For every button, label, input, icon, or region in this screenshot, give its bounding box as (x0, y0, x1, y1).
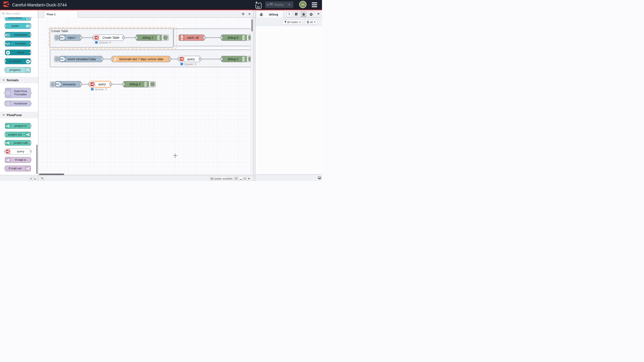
svg-text:AI: AI (257, 5, 260, 8)
svg-text:debug 6: debug 6 (228, 36, 238, 39)
svg-text:Insert simulated Data: Insert simulated Data (68, 57, 96, 61)
svg-text:Create Table: Create Table (51, 29, 68, 33)
svg-text:query: query (98, 83, 106, 86)
svg-text:Queue: 0: Queue: 0 (95, 88, 107, 91)
svg-text:timestamp: timestamp (63, 83, 76, 86)
svg-text:catch: all: catch: all (187, 36, 198, 39)
svg-text:debug 1: debug 1 (142, 36, 153, 39)
svg-text:inject ¹: inject ¹ (68, 36, 76, 39)
svg-text:Create Table: Create Table (102, 36, 120, 39)
svg-text:debug 3: debug 3 (130, 83, 140, 86)
svg-text:query: query (187, 57, 195, 61)
svg-text:ƒ: ƒ (114, 56, 116, 62)
svg-text:Generate last 7 days sensor da: Generate last 7 days sensor data (119, 57, 163, 61)
svg-text:Queue: 0: Queue: 0 (184, 62, 196, 66)
svg-text:Queue: 0: Queue: 0 (99, 41, 111, 44)
svg-text:debug 2: debug 2 (228, 57, 238, 61)
